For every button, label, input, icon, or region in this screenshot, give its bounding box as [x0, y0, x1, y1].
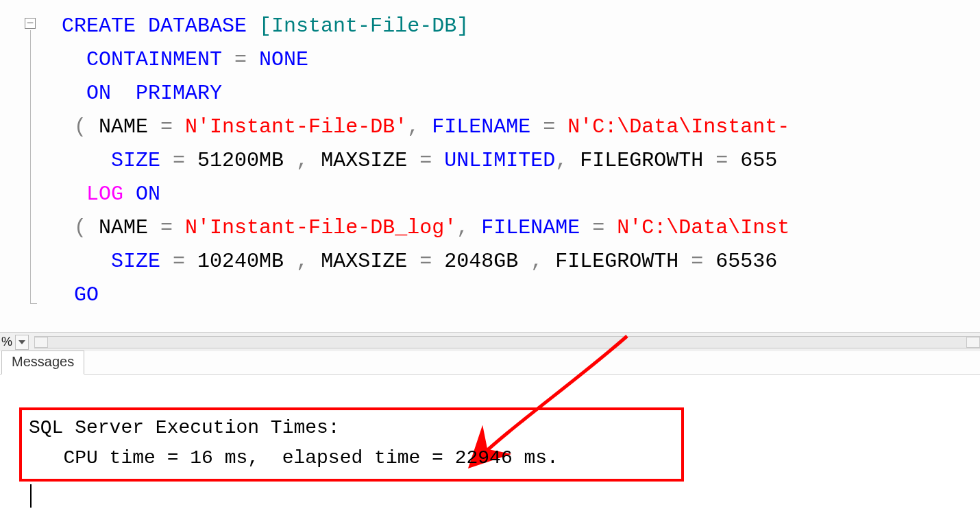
- editor-footer: %: [0, 332, 980, 351]
- exec-times-detail: CPU time = 16 ms, elapsed time = 22946 m…: [29, 447, 559, 468]
- kw-log: LOG: [86, 182, 123, 206]
- log-path-str: N'C:\Data\Inst: [617, 216, 789, 239]
- zoom-dropdown[interactable]: [15, 335, 29, 350]
- zoom-percent: %: [0, 335, 15, 349]
- kw-go: GO: [74, 283, 99, 307]
- messages-output[interactable]: SQL Server Execution Times: CPU time = 1…: [29, 413, 559, 473]
- chevron-down-icon: [19, 340, 25, 344]
- kw-containment: CONTAINMENT: [86, 48, 222, 71]
- results-tabs: Messages: [0, 351, 980, 375]
- kw-primary: PRIMARY: [136, 82, 222, 105]
- kw-none: NONE: [259, 48, 308, 71]
- messages-pane: SQL Server Execution Times: CPU time = 1…: [0, 375, 980, 522]
- kw-create: CREATE: [62, 14, 136, 38]
- db-identifier: [Instant-File-DB]: [247, 14, 469, 38]
- exec-times-heading: SQL Server Execution Times:: [29, 417, 340, 438]
- file-name-str: N'Instant-File-DB': [185, 115, 407, 139]
- file-path-str: N'C:\Data\Instant-: [567, 115, 789, 139]
- sql-editor-pane: − CREATE DATABASE [Instant-File-DB] CONT…: [0, 0, 980, 351]
- kw-database: DATABASE: [148, 14, 247, 38]
- horizontal-scrollbar[interactable]: [34, 336, 980, 348]
- kw-on2: ON: [136, 182, 160, 206]
- kw-on: ON: [86, 82, 111, 105]
- text-cursor: [30, 484, 32, 508]
- code-content[interactable]: CREATE DATABASE [Instant-File-DB] CONTAI…: [25, 10, 789, 312]
- tab-messages[interactable]: Messages: [1, 351, 84, 375]
- log-name-str: N'Instant-File-DB_log': [185, 216, 456, 239]
